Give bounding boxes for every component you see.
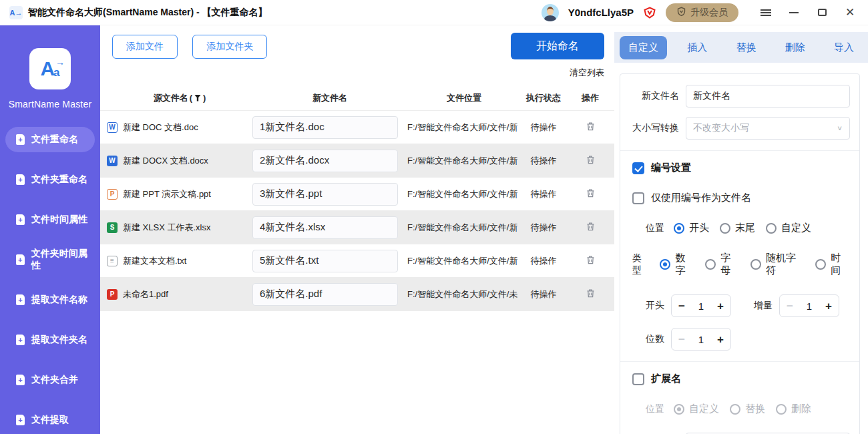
delete-row-button[interactable] [584, 186, 597, 202]
file-plus-icon: + [16, 134, 25, 145]
shield-icon [676, 7, 686, 19]
trash-icon [586, 288, 596, 298]
header-location: 文件位置 [407, 92, 521, 104]
upgrade-member-button[interactable]: 升级会员 [666, 3, 738, 22]
only-number-checkbox-row[interactable]: 仅使用编号作为文件名 [632, 192, 850, 204]
header-status: 执行状态 [521, 92, 566, 104]
type-number-radio[interactable]: 数字 [660, 252, 694, 277]
decrement-button[interactable]: − [678, 334, 685, 345]
source-filename: 新建 PPT 演示文稿.ppt [123, 188, 211, 200]
brand-name: SmartName Master [0, 99, 100, 110]
new-name-input[interactable] [252, 116, 398, 139]
vip-badge-icon [643, 6, 656, 19]
file-path: F:/智能文件命名大师/文件/未 [407, 288, 521, 300]
new-name-input[interactable] [252, 216, 398, 239]
new-filename-input[interactable] [686, 85, 850, 107]
table-row: ≡新建文本文档.txt F:/智能文件命名大师/文件/新 待操作 [100, 244, 614, 278]
sidebar-item-extract-filename[interactable]: + 提取文件名称 [5, 287, 95, 312]
main-area: 添加文件 添加文件夹 开始命名 清空列表 源文件名 ( ) 新文件名 文件位置 … [100, 25, 614, 434]
trash-icon [586, 121, 596, 132]
tab-custom[interactable]: 自定义 [620, 36, 667, 59]
maximize-button[interactable] [811, 3, 833, 22]
extension-checkbox[interactable] [632, 373, 644, 385]
extension-checkbox-row[interactable]: 扩展名 [632, 373, 850, 385]
tab-delete[interactable]: 删除 [777, 36, 814, 59]
file-path: F:/智能文件命名大师/文件/新 [407, 155, 521, 167]
new-name-input[interactable] [252, 183, 398, 206]
ext-position-label: 位置 [646, 403, 664, 415]
increment-label: 增量 [754, 300, 773, 312]
number-position-label: 位置 [646, 222, 664, 234]
source-filename: 新建 XLSX 工作表.xlsx [123, 222, 210, 234]
delete-row-button[interactable] [584, 153, 597, 168]
tab-insert[interactable]: 插入 [678, 36, 716, 59]
table-row: W新建 DOC 文档.doc F:/智能文件命名大师/文件/新 待操作 [100, 111, 614, 144]
file-plus-icon: + [16, 375, 25, 385]
delete-row-button[interactable] [584, 253, 597, 268]
menu-button[interactable] [754, 3, 777, 22]
clear-list-link[interactable]: 清空列表 [570, 67, 604, 79]
txt-file-icon: ≡ [107, 256, 118, 266]
file-plus-icon: + [16, 294, 25, 305]
increment-button[interactable]: + [717, 300, 724, 312]
source-filename: 未命名1.pdf [123, 288, 168, 300]
new-name-input[interactable] [252, 250, 398, 272]
ppt-file-icon: P [107, 189, 118, 200]
position-start-radio[interactable]: 开头 [674, 222, 709, 234]
numbering-checkbox[interactable] [632, 162, 644, 174]
delete-row-button[interactable] [584, 120, 597, 135]
header-ops: 操作 [566, 92, 614, 104]
sidebar-item-folder-rename[interactable]: + 文件夹重命名 [5, 167, 95, 192]
tab-import[interactable]: 导入 [825, 36, 863, 59]
type-time-radio[interactable]: 时间 [815, 252, 850, 277]
position-custom-radio[interactable]: 自定义 [766, 222, 811, 234]
status-text: 待操作 [521, 188, 566, 200]
case-convert-select[interactable]: 不改变大小写 ∨ [686, 117, 850, 140]
status-text: 待操作 [521, 222, 566, 234]
status-text: 待操作 [521, 122, 566, 134]
sidebar-item-file-extract[interactable]: + 文件提取 [5, 407, 95, 433]
chevron-down-icon: ∨ [837, 124, 843, 132]
toolbar: 添加文件 添加文件夹 开始命名 清空列表 [100, 25, 614, 85]
username: Y0ndfcLlya5P [568, 7, 634, 18]
panel-tabs: 自定义 插入 替换 删除 导入 [614, 32, 868, 63]
source-filename: 新建 DOC 文档.doc [123, 122, 198, 134]
close-icon: ✕ [845, 7, 855, 18]
only-number-checkbox[interactable] [632, 192, 644, 204]
file-plus-icon: + [16, 254, 25, 265]
new-name-input[interactable] [252, 283, 398, 306]
status-text: 待操作 [521, 255, 566, 267]
type-random-radio[interactable]: 随机字符 [750, 252, 805, 277]
new-name-input[interactable] [252, 150, 398, 172]
xlsx-file-icon: S [107, 222, 118, 233]
table-row: W新建 DOCX 文档.docx F:/智能文件命名大师/文件/新 待操作 [100, 144, 614, 178]
title-bar: A→ 智能文件命名大师(SmartName Master) - 【文件重命名】 … [0, 0, 868, 25]
add-file-button[interactable]: 添加文件 [112, 35, 178, 59]
tab-replace[interactable]: 替换 [728, 36, 765, 59]
minimize-button[interactable] [783, 3, 805, 22]
file-path: F:/智能文件命名大师/文件/新 [407, 222, 521, 234]
decrement-button[interactable]: − [678, 300, 685, 312]
type-letter-radio[interactable]: 字母 [705, 252, 740, 277]
sidebar-item-folder-merge[interactable]: + 文件夹合并 [5, 367, 95, 393]
sidebar-item-folder-time[interactable]: + 文件夹时间属性 [5, 247, 95, 272]
close-button[interactable]: ✕ [839, 3, 861, 22]
file-path: F:/智能文件命名大师/文件/新 [407, 188, 521, 200]
numbering-checkbox-row[interactable]: 编号设置 [632, 162, 850, 174]
start-rename-button[interactable]: 开始命名 [511, 33, 604, 59]
add-folder-button[interactable]: 添加文件夹 [192, 35, 267, 59]
sidebar: A a → SmartName Master + 文件重命名 + 文件夹重命名 … [0, 25, 100, 434]
increment-button[interactable]: + [717, 334, 724, 345]
increment-button[interactable]: + [825, 300, 832, 312]
user-avatar[interactable] [541, 4, 559, 21]
delete-row-button[interactable] [584, 286, 597, 302]
sidebar-item-file-rename[interactable]: + 文件重命名 [5, 127, 95, 152]
divider [620, 150, 859, 151]
sidebar-item-file-time[interactable]: + 文件时间属性 [5, 207, 95, 232]
decrement-button[interactable]: − [787, 300, 793, 312]
minimize-icon [789, 12, 799, 13]
delete-row-button[interactable] [584, 220, 597, 235]
position-end-radio[interactable]: 末尾 [720, 222, 755, 234]
file-path: F:/智能文件命名大师/文件/新 [407, 255, 521, 267]
sidebar-item-extract-foldername[interactable]: + 提取文件夹名 [5, 327, 95, 353]
